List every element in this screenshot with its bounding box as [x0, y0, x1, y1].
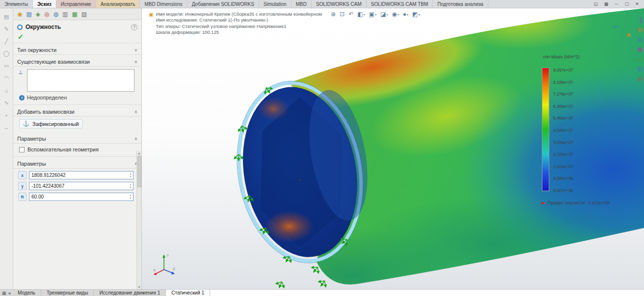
display-style-icon[interactable]: ◪▾: [380, 11, 388, 18]
dimension-tool-icon[interactable]: ↔: [2, 123, 11, 131]
ribbon-tab-4[interactable]: MBD Dimensions: [140, 0, 187, 8]
chevron-down-icon[interactable]: ▾: [364, 13, 365, 16]
rectangle-tool-icon[interactable]: ▭: [2, 62, 11, 70]
chevron-down-icon[interactable]: ∨: [134, 48, 137, 52]
sketch-tool-icon[interactable]: ✎: [2, 25, 11, 33]
display-manager-tab-icon[interactable]: ◍: [54, 11, 58, 18]
chevron-down-icon[interactable]: ▾: [375, 13, 376, 16]
cancel-sketch-icon[interactable]: ✕: [626, 32, 631, 39]
ribbon-tab-1[interactable]: Эскиз: [33, 0, 56, 8]
circle-sketch-icon: [17, 25, 23, 30]
relations-listbox[interactable]: [27, 69, 134, 92]
cam-manager-tab-icon[interactable]: ▥: [62, 11, 68, 18]
ribbon-tab-3[interactable]: Анализировать: [96, 0, 140, 8]
fixed-relation-button[interactable]: ⚓ Зафиксированный: [19, 119, 82, 128]
chevron-down-icon[interactable]: ▾: [418, 13, 420, 16]
center-x-field[interactable]: 1808.91226042 ▴▾: [29, 171, 134, 179]
ribbon-tab-0[interactable]: Элементы: [0, 0, 33, 8]
chevron-up-icon[interactable]: ∧: [134, 59, 137, 64]
ribbon-tab-6[interactable]: Simulation: [259, 0, 292, 8]
scroll-down-icon[interactable]: ▼: [138, 286, 141, 289]
zoom-fit-icon[interactable]: ⊕: [331, 11, 336, 18]
section-parameters[interactable]: Параметры ∧: [13, 157, 141, 169]
forum-icon[interactable]: ◎: [638, 75, 643, 82]
previous-view-icon[interactable]: ↶: [349, 11, 353, 18]
bottom-tab-0[interactable]: Модель: [12, 290, 41, 296]
chevron-up-icon[interactable]: ∧: [134, 109, 137, 114]
ribbon-tab-2[interactable]: Исправление: [56, 0, 96, 8]
spinner-arrows[interactable]: ▴▾: [130, 194, 131, 199]
file-explorer-icon[interactable]: ▥: [638, 36, 643, 43]
design-tree-icon[interactable]: ▤: [2, 13, 11, 21]
configuration-manager-tab-icon[interactable]: ◈: [36, 11, 40, 18]
design-library-icon[interactable]: ▤: [638, 26, 643, 33]
zoom-area-icon[interactable]: ⊡: [340, 11, 345, 18]
chevron-down-icon[interactable]: ▾: [398, 13, 399, 16]
property-manager-tab-icon[interactable]: ◉: [17, 11, 22, 18]
tab-scroll-icon[interactable]: ◂: [8, 291, 11, 296]
ribbon-tab-7[interactable]: MBD: [292, 0, 312, 8]
view-palette-icon[interactable]: ▦: [638, 46, 643, 52]
section-add-relations[interactable]: Добавить взаимосвязи ∧: [13, 105, 141, 117]
section-existing-relations[interactable]: Существующие взаимосвязи ∧: [13, 55, 141, 67]
simulation-manager-tab-icon[interactable]: ▦: [72, 11, 77, 18]
restore-icon[interactable]: ▢: [624, 1, 630, 6]
sketch-point[interactable]: [299, 179, 300, 181]
ribbon-tab-10[interactable]: Подготовка анализа: [433, 0, 488, 8]
ok-check-icon[interactable]: ✓: [18, 33, 24, 41]
point-tool-icon[interactable]: •: [2, 111, 11, 119]
pane-splitter-icon[interactable]: ▦: [2, 291, 6, 296]
ribbon-tabs: ЭлементыЭскизИсправлениеАнализироватьMBD…: [0, 0, 488, 8]
section-view-icon[interactable]: ◧▾: [357, 11, 365, 18]
chevron-down-icon[interactable]: ▾: [386, 13, 388, 16]
edit-appearance-icon[interactable]: ●▾: [403, 11, 408, 18]
line-tool-icon[interactable]: ╱: [2, 38, 11, 45]
bottom-tab-1[interactable]: Трехмерные виды: [41, 290, 94, 296]
ribbon-tab-5[interactable]: Добавления SOLIDWORKS: [188, 0, 259, 8]
relation-type-icon: ⊥: [18, 69, 25, 75]
legend-value: 9.097e+07: [553, 68, 573, 73]
task-pane-icon[interactable]: ▐: [638, 17, 642, 23]
construction-checkbox[interactable]: [19, 147, 25, 152]
dimxpert-manager-tab-icon[interactable]: ◎: [44, 11, 49, 18]
custom-properties-icon[interactable]: ▧: [638, 66, 643, 72]
minimize-icon[interactable]: —: [614, 1, 619, 6]
arc-tool-icon[interactable]: ◠: [2, 74, 11, 82]
legend-title: von Mises (N/m^2): [543, 54, 635, 59]
close-icon[interactable]: ✕: [634, 1, 640, 6]
orientation-triad: Y X Z: [153, 251, 176, 276]
help-icon[interactable]: ?: [131, 24, 137, 30]
center-y-field[interactable]: -101.42243067 ▴▾: [29, 182, 134, 190]
chevron-down-icon[interactable]: ▾: [407, 13, 408, 16]
polygon-tool-icon[interactable]: ⌂: [2, 87, 11, 94]
section-options[interactable]: Параметры ∧: [13, 132, 141, 144]
radius-field[interactable]: 60.00 ▴▾: [29, 193, 134, 201]
circle-tool-icon[interactable]: ◯: [2, 50, 11, 57]
panel-title: Окружность: [26, 24, 61, 30]
scroll-up-icon[interactable]: ▲: [138, 152, 141, 155]
ribbon-tab-8[interactable]: SOLIDWORKS CAM: [312, 0, 367, 8]
toggle-pane-icon[interactable]: ◱: [593, 1, 599, 6]
view-orientation-icon[interactable]: ▣▾: [369, 11, 376, 18]
plot-icon: ▣: [149, 11, 153, 35]
spline-tool-icon[interactable]: ∿: [2, 99, 11, 106]
hide-show-items-icon[interactable]: ◉▾: [392, 11, 399, 18]
fixed-relation-label: Зафиксированный: [32, 121, 79, 127]
legend-value: 4.549e+07: [553, 128, 573, 133]
view-settings-icon[interactable]: ◩▾: [412, 11, 420, 18]
bottom-tab-3[interactable]: Статический 1: [166, 290, 210, 296]
exit-sketch-icon[interactable]: ↩: [613, 23, 618, 30]
panel-scrollbar[interactable]: ▲ ▼: [136, 151, 141, 289]
show-panes-icon[interactable]: ▦: [603, 1, 609, 6]
info-icon: i: [19, 95, 25, 100]
bottom-tab-2[interactable]: Исследование движения 1: [94, 290, 166, 296]
ribbon-tab-9[interactable]: SOLIDWORKS CAM TBM: [367, 0, 433, 8]
spinner-arrows[interactable]: ▴▾: [130, 173, 131, 178]
chevron-up-icon[interactable]: ∧: [134, 136, 137, 141]
preparation-manager-tab-icon[interactable]: ▧: [81, 11, 87, 18]
feature-manager-tab-icon[interactable]: ▤: [26, 11, 31, 18]
scrollbar-thumb[interactable]: [137, 156, 141, 187]
section-circle-type[interactable]: Тип окружности ∨: [13, 43, 141, 55]
appearances-icon[interactable]: ◍: [638, 56, 643, 62]
spinner-arrows[interactable]: ▴▾: [130, 183, 131, 189]
